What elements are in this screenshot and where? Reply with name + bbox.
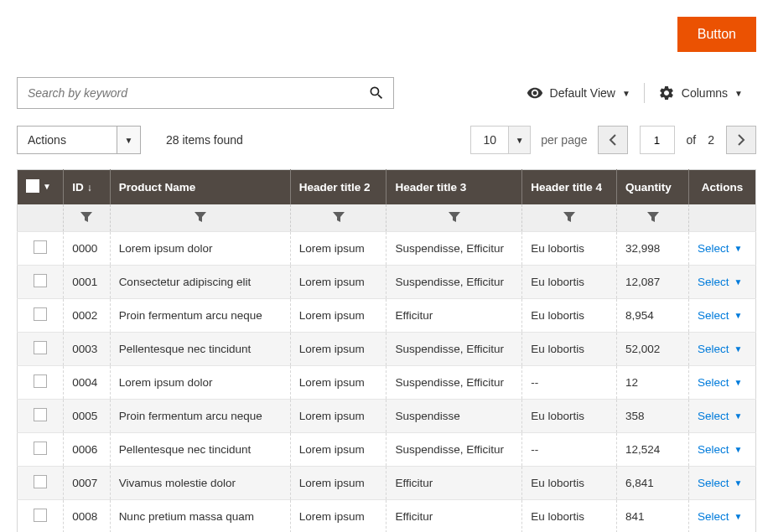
row-action-select[interactable]: Select▼ bbox=[689, 400, 756, 433]
row-action-select[interactable]: Select▼ bbox=[689, 366, 756, 400]
filter-icon bbox=[563, 212, 575, 222]
row-checkbox[interactable] bbox=[34, 408, 47, 421]
row-action-select[interactable]: Select▼ bbox=[689, 433, 756, 467]
row-checkbox[interactable] bbox=[34, 509, 47, 522]
row-checkbox-cell bbox=[18, 500, 64, 533]
caret-down-icon: ▼ bbox=[734, 311, 743, 320]
row-action-select[interactable]: Select▼ bbox=[689, 299, 756, 333]
cell-h4: Eu lobortis bbox=[522, 232, 617, 266]
header-checkbox-cell: ▼ bbox=[18, 170, 64, 205]
row-action-select[interactable]: Select▼ bbox=[689, 232, 756, 266]
filter-cell-id[interactable] bbox=[64, 204, 110, 232]
select-label: Select bbox=[698, 376, 729, 389]
search-button[interactable] bbox=[360, 78, 393, 108]
select-label: Select bbox=[698, 510, 729, 523]
select-label: Select bbox=[698, 443, 729, 456]
table-row: 0006Pellentesque nec tinciduntLorem ipsu… bbox=[18, 433, 756, 467]
cell-product-name: Proin fermentum arcu neque bbox=[110, 400, 290, 433]
row-checkbox-cell bbox=[18, 232, 64, 266]
row-action-select[interactable]: Select▼ bbox=[689, 333, 756, 366]
row-action-select[interactable]: Select▼ bbox=[689, 500, 756, 533]
columns-dropdown[interactable]: Columns ▼ bbox=[645, 85, 756, 101]
header-quantity[interactable]: Quantity bbox=[617, 170, 689, 205]
columns-label: Columns bbox=[682, 86, 728, 100]
page-input[interactable] bbox=[640, 126, 675, 154]
caret-down-icon: ▼ bbox=[622, 89, 630, 98]
row-checkbox[interactable] bbox=[34, 475, 47, 488]
cell-qty: 358 bbox=[617, 400, 689, 433]
actions-dropdown[interactable]: Actions ▼ bbox=[17, 126, 141, 154]
row-action-select[interactable]: Select▼ bbox=[689, 266, 756, 299]
actions-label: Actions bbox=[17, 126, 117, 154]
search-input[interactable] bbox=[18, 78, 360, 108]
per-page-value: 10 bbox=[470, 126, 509, 154]
header-id[interactable]: ID↓ bbox=[64, 170, 110, 205]
caret-down-icon: ▼ bbox=[734, 277, 743, 287]
items-found-label: 28 items found bbox=[166, 133, 243, 147]
caret-down-icon[interactable]: ▼ bbox=[43, 182, 51, 191]
row-action-select[interactable]: Select▼ bbox=[689, 467, 756, 500]
cell-product-name: Lorem ipsum dolor bbox=[110, 232, 290, 266]
per-page-select[interactable]: 10 ▼ bbox=[470, 126, 531, 154]
sort-desc-icon: ↓ bbox=[87, 182, 92, 194]
filter-icon bbox=[195, 212, 206, 222]
next-page-button[interactable] bbox=[726, 126, 756, 154]
caret-down-icon[interactable]: ▼ bbox=[509, 126, 531, 154]
cell-product-name: Proin fermentum arcu neque bbox=[110, 299, 290, 333]
cell-product-name: Vivamus molestie dolor bbox=[110, 467, 290, 500]
caret-down-icon[interactable]: ▼ bbox=[117, 126, 141, 154]
caret-down-icon: ▼ bbox=[734, 89, 743, 98]
row-checkbox-cell bbox=[18, 333, 64, 366]
select-label: Select bbox=[698, 276, 729, 288]
cell-h3: Efficitur bbox=[386, 500, 522, 533]
row-checkbox-cell bbox=[18, 467, 64, 500]
cell-product-name: Pellentesque nec tincidunt bbox=[110, 333, 290, 366]
cell-h3: Suspendisse, Efficitur bbox=[386, 266, 522, 299]
cell-h4: -- bbox=[522, 433, 617, 467]
row-checkbox[interactable] bbox=[34, 240, 47, 254]
prev-page-button[interactable] bbox=[598, 126, 628, 154]
row-checkbox-cell bbox=[18, 266, 64, 299]
row-checkbox[interactable] bbox=[34, 374, 47, 388]
caret-down-icon: ▼ bbox=[734, 411, 743, 421]
row-checkbox[interactable] bbox=[34, 274, 47, 287]
filter-cell-h3[interactable] bbox=[386, 204, 522, 232]
cell-h4: Eu lobortis bbox=[522, 299, 617, 333]
cell-product-name: Pellentesque nec tincidunt bbox=[110, 433, 290, 467]
row-checkbox[interactable] bbox=[34, 307, 47, 321]
select-label: Select bbox=[698, 343, 729, 355]
header-product-name[interactable]: Product Name bbox=[110, 170, 290, 205]
cell-h2: Lorem ipsum bbox=[290, 400, 386, 433]
cell-h3: Efficitur bbox=[386, 299, 522, 333]
filter-icon bbox=[647, 212, 659, 222]
header-title-2[interactable]: Header title 2 bbox=[290, 170, 386, 205]
of-label: of bbox=[687, 133, 697, 147]
gear-icon bbox=[658, 85, 675, 101]
search-box bbox=[17, 77, 394, 109]
cell-qty: 8,954 bbox=[617, 299, 689, 333]
cell-id: 0008 bbox=[64, 500, 110, 533]
default-view-dropdown[interactable]: Default View ▼ bbox=[513, 85, 644, 101]
row-checkbox-cell bbox=[18, 366, 64, 400]
cell-h2: Lorem ipsum bbox=[290, 333, 386, 366]
row-checkbox-cell bbox=[18, 400, 64, 433]
row-checkbox[interactable] bbox=[34, 442, 47, 455]
cell-h4: Eu lobortis bbox=[522, 266, 617, 299]
filter-cell-h2[interactable] bbox=[290, 204, 386, 232]
cell-h3: Suspendisse, Efficitur bbox=[386, 232, 522, 266]
cell-id: 0003 bbox=[64, 333, 110, 366]
cell-id: 0004 bbox=[64, 366, 110, 400]
caret-down-icon: ▼ bbox=[734, 445, 743, 454]
header-title-4[interactable]: Header title 4 bbox=[522, 170, 617, 205]
row-checkbox[interactable] bbox=[34, 341, 47, 354]
filter-cell-qty[interactable] bbox=[617, 204, 689, 232]
cell-id: 0000 bbox=[64, 232, 110, 266]
primary-button[interactable]: Button bbox=[677, 17, 756, 52]
filter-cell-h4[interactable] bbox=[522, 204, 617, 232]
caret-down-icon: ▼ bbox=[734, 478, 743, 488]
cell-qty: 32,998 bbox=[617, 232, 689, 266]
header-title-3[interactable]: Header title 3 bbox=[386, 170, 522, 205]
filter-cell-name[interactable] bbox=[110, 204, 290, 232]
cell-h4: Eu lobortis bbox=[522, 500, 617, 533]
select-all-checkbox[interactable] bbox=[26, 179, 39, 193]
